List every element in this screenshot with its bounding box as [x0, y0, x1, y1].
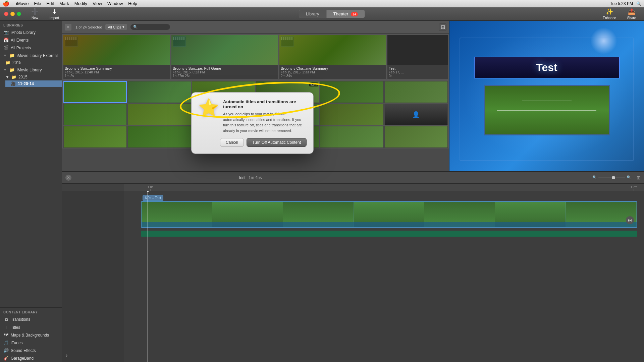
dialog-title: Automatic titles and transitions are tur… — [223, 99, 307, 109]
dialog-buttons: Cancel Turn Off Automatic Content — [198, 138, 307, 147]
dialog-overlay: ⭐ Automatic titles and transitions are t… — [0, 0, 644, 362]
cancel-button[interactable]: Cancel — [220, 138, 244, 147]
turn-off-automatic-content-button[interactable]: Turn Off Automatic Content — [247, 138, 307, 147]
automatic-content-dialog: ⭐ Automatic titles and transitions are t… — [191, 92, 314, 154]
dialog-text-area: Automatic titles and transitions are tur… — [223, 99, 307, 133]
dialog-header: ⭐ Automatic titles and transitions are t… — [198, 99, 307, 133]
dialog-icon: ⭐ — [198, 99, 218, 119]
star-icon: ⭐ — [198, 98, 219, 117]
dialog-body: As you add clips to your movie, iMovie a… — [223, 111, 307, 133]
